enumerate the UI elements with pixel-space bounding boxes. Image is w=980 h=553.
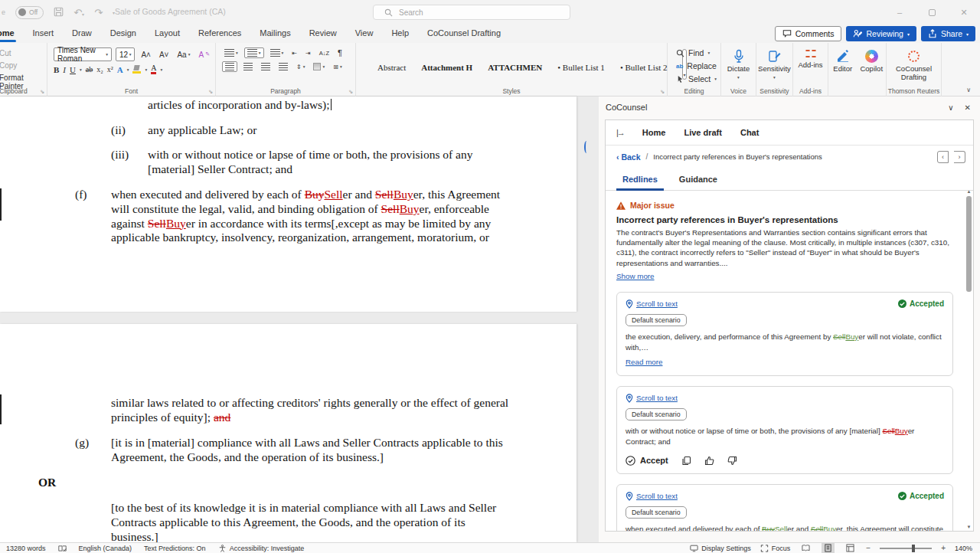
accessibility-status[interactable]: Accessibility: Investigate (218, 545, 305, 552)
display-settings-button[interactable]: Display Settings (690, 545, 751, 552)
search-input[interactable]: Search (373, 5, 570, 20)
style-attachment-h[interactable]: Attachment H (421, 63, 472, 72)
align-left-button[interactable] (222, 61, 237, 72)
subscript-button[interactable]: x₂ (96, 65, 103, 74)
panel-pin-icon[interactable]: |→ (616, 128, 624, 137)
change-case-button[interactable]: Aa▾ (175, 50, 192, 60)
tab-view[interactable]: View (346, 25, 383, 42)
line-spacing-button[interactable]: ⇕▾ (294, 63, 307, 71)
font-name-select[interactable]: Times New Roman▾ (54, 47, 112, 61)
numbering-button[interactable]: ▾ (244, 47, 264, 58)
scroll-to-text-link[interactable]: Scroll to text (626, 299, 678, 309)
shrink-font-button[interactable]: A˅ (157, 50, 172, 60)
text-predictions-status[interactable]: Text Predictions: On (144, 545, 206, 552)
panel-scrollbar[interactable]: ▲ ▼ (965, 189, 972, 529)
print-layout-button[interactable] (822, 543, 835, 553)
tab-layout[interactable]: Layout (145, 25, 189, 42)
close-button[interactable]: ✕ (948, 0, 980, 25)
web-layout-button[interactable] (844, 543, 857, 553)
strikethrough-button[interactable]: ab (86, 65, 93, 74)
show-more-link[interactable]: Show more (616, 272, 655, 280)
read-more-link[interactable]: Read more (626, 358, 662, 366)
redo-icon[interactable]: ↷ (94, 8, 103, 18)
multilevel-list-button[interactable]: ▾ (268, 48, 286, 57)
read-mode-button[interactable] (799, 543, 812, 553)
document-page-1[interactable]: articles of incorporation and by-laws); … (0, 97, 577, 312)
grow-font-button[interactable]: A˄ (139, 50, 153, 60)
share-button[interactable]: Share▾ (921, 26, 975, 41)
zoom-out-button[interactable]: − (866, 544, 871, 552)
prev-issue-button[interactable]: ‹ (937, 151, 949, 163)
thumbs-down-icon[interactable] (727, 456, 737, 466)
dictate-button[interactable]: Dictate▾ (721, 43, 756, 80)
tab-references[interactable]: References (189, 25, 250, 42)
shading-button[interactable]: ▾ (311, 62, 327, 71)
cut-button[interactable]: Cut (0, 48, 47, 58)
copilot-button[interactable]: Copilot (858, 43, 887, 97)
clipboard-dialog-launcher[interactable]: ⇘ (40, 89, 44, 95)
scroll-up-icon[interactable]: ▲ (967, 189, 972, 194)
tab-mailings[interactable]: Mailings (250, 25, 299, 42)
sensitivity-button[interactable]: Sensitivity▾ (756, 43, 792, 80)
tab-cocounsel-drafting[interactable]: CoCounsel Drafting (418, 25, 510, 42)
zoom-level[interactable]: 140% (955, 545, 972, 552)
highlight-color-button[interactable] (132, 65, 141, 74)
underline-button[interactable]: U (70, 65, 76, 74)
zoom-slider[interactable] (880, 548, 932, 549)
restore-button[interactable] (916, 0, 948, 25)
tab-home[interactable]: Home (0, 25, 24, 42)
zoom-in-button[interactable]: + (941, 544, 946, 552)
document-page-2[interactable]: similar laws related to or affecting cre… (0, 324, 577, 542)
copy-icon[interactable] (681, 456, 691, 466)
minimize-button[interactable]: – (884, 0, 916, 25)
accept-button[interactable]: Accept (626, 456, 668, 466)
nav-home[interactable]: Home (642, 128, 666, 137)
panel-resize-handle[interactable] (584, 141, 589, 153)
tab-insert[interactable]: Insert (24, 25, 64, 42)
scroll-down-icon[interactable]: ▼ (967, 525, 972, 529)
scrollbar-thumb[interactable] (966, 196, 972, 292)
editor-button[interactable]: Editor (828, 43, 858, 97)
clear-formatting-button[interactable]: A✎ (196, 50, 212, 60)
styles-dialog-launcher[interactable]: ⇘ (660, 89, 665, 95)
borders-button[interactable]: ⊞▾ (331, 63, 344, 71)
next-issue-button[interactable]: › (954, 151, 965, 163)
text-effects-button[interactable]: A (117, 65, 123, 74)
undo-icon[interactable]: ↶▾ (74, 8, 84, 18)
tab-guidance[interactable]: Guidance (679, 175, 717, 190)
word-count[interactable]: 13280 words (6, 545, 46, 552)
tab-help[interactable]: Help (382, 25, 418, 42)
reviewing-button[interactable]: Reviewing▾ (846, 26, 916, 41)
replace-button[interactable]: abReplace (674, 61, 720, 71)
font-dialog-launcher[interactable]: ⇘ (208, 89, 213, 95)
show-paragraph-marks-button[interactable]: ¶ (335, 47, 345, 58)
increase-indent-button[interactable]: ⇥ (303, 49, 313, 57)
font-size-select[interactable]: 12▾ (116, 47, 135, 61)
tab-design[interactable]: Design (101, 25, 145, 42)
zoom-slider-thumb[interactable] (912, 545, 915, 552)
align-center-button[interactable] (241, 62, 255, 71)
scroll-to-text-link[interactable]: Scroll to text (626, 492, 678, 501)
panel-close-icon[interactable]: ✕ (965, 103, 971, 112)
scroll-to-text-link[interactable]: Scroll to text (626, 394, 678, 403)
font-color-button[interactable]: A (151, 64, 156, 74)
back-link[interactable]: ‹ Back (616, 152, 641, 162)
bold-button[interactable]: B (54, 65, 59, 74)
language-status[interactable]: English (Canada) (79, 545, 132, 552)
proofing-icon[interactable] (58, 545, 67, 552)
italic-button[interactable]: I (63, 65, 66, 74)
panel-collapse-icon[interactable]: ∨ (948, 103, 953, 112)
addins-button[interactable]: Add-ins (793, 43, 828, 70)
nav-live-draft[interactable]: Live draft (684, 128, 722, 137)
nav-chat[interactable]: Chat (740, 128, 759, 137)
paragraph-dialog-launcher[interactable]: ⇘ (348, 89, 353, 95)
tab-review[interactable]: Review (300, 25, 346, 42)
comments-button[interactable]: Comments (775, 26, 842, 41)
decrease-indent-button[interactable]: ⇤ (289, 49, 299, 57)
select-button[interactable]: Select▾ (674, 74, 720, 84)
cocounsel-drafting-button[interactable]: CoCounselDrafting (887, 43, 941, 82)
bullets-button[interactable]: ▾ (222, 48, 240, 57)
document-canvas[interactable]: articles of incorporation and by-laws); … (0, 97, 599, 542)
justify-button[interactable] (276, 62, 290, 71)
style-abstract[interactable]: Abstract (377, 63, 406, 72)
